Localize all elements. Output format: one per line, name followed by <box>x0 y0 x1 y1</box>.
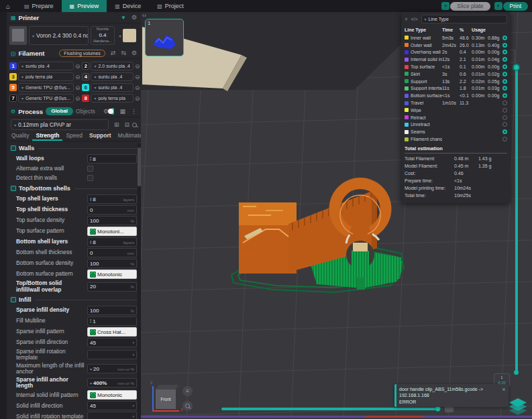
filter-funnel-icon[interactable]: ▼ <box>121 15 126 21</box>
eye-on-icon[interactable] <box>502 43 507 48</box>
filament-color-chip[interactable]: 2 <box>82 62 89 70</box>
printer-thumbnail[interactable] <box>9 26 27 45</box>
eye-on-icon[interactable] <box>502 57 507 62</box>
eye-off-icon[interactable] <box>502 122 507 127</box>
layer-slider-track[interactable] <box>515 67 518 374</box>
tab-project[interactable]: ▧Project <box>149 0 192 12</box>
tab-device[interactable]: ▥Device <box>107 0 149 12</box>
setting-input[interactable]: 0mm <box>87 205 137 215</box>
filament-edit-icon[interactable]: ⊖ <box>75 84 81 91</box>
viewport-collapse-icon[interactable]: ‹› <box>142 12 146 19</box>
setting-spinner[interactable]: ▴▾8layers <box>87 237 137 247</box>
eye-on-icon[interactable] <box>502 64 507 69</box>
nozzle-select[interactable]: Nozzle 0.4 Hardene... <box>91 26 115 45</box>
spin-down-icon[interactable]: ▾ <box>90 199 91 202</box>
slice-options-chevron-icon[interactable]: ▾ <box>441 2 449 10</box>
view-menu-button[interactable]: ≡ <box>182 386 193 396</box>
eye-on-icon[interactable] <box>502 86 507 91</box>
setting-input[interactable]: 0mm <box>87 248 137 257</box>
printer-settings-icon[interactable]: ⚙ <box>131 14 137 21</box>
spinner-arrows-icon[interactable]: ▴▾ <box>90 240 91 245</box>
settings-scrollbar[interactable] <box>138 143 141 419</box>
filament-color-chip[interactable]: 4 <box>82 73 89 80</box>
printer-preset-select[interactable]: ▾ Voron 2.4 300 0.4 nozzle ... <box>29 26 89 45</box>
setting-pattern-select[interactable]: Monotoni... <box>87 227 137 236</box>
eye-off-icon[interactable] <box>502 115 507 120</box>
filament-preset-select[interactable]: ▾Generic TPU @Sys... <box>18 94 74 103</box>
filament-edit-icon[interactable]: ⊖ <box>135 63 140 70</box>
spinner-arrows-icon[interactable]: ▴▾ <box>90 156 91 161</box>
objects-table-icon[interactable]: ▦ <box>119 108 125 115</box>
gizmo-front-face[interactable]: Front <box>156 390 176 409</box>
setting-input[interactable]: 100% <box>87 306 137 315</box>
advanced-toggle[interactable] <box>111 108 115 115</box>
spin-down-icon[interactable]: ▾ <box>90 159 91 162</box>
print-button[interactable]: Print <box>503 2 528 11</box>
setting-input[interactable]: 100% <box>87 259 137 268</box>
tab-speed[interactable]: Speed <box>62 131 86 141</box>
eye-off-icon[interactable] <box>502 137 507 141</box>
group-checkbox[interactable] <box>11 145 16 151</box>
filament-edit-icon[interactable]: ⊖ <box>75 74 81 80</box>
filament-color-chip[interactable]: 3 <box>9 73 17 80</box>
filament-preset-select[interactable]: ▾sunlu pla .4 <box>91 83 134 92</box>
filament-edit-icon[interactable]: ⊖ <box>75 95 81 102</box>
view-type-select[interactable]: ▾ Line Type <box>421 15 507 23</box>
eye-off-icon[interactable] <box>502 108 507 113</box>
filament-transfer-icon[interactable]: ⇆ <box>121 50 126 56</box>
setting-spinner[interactable]: ▴▾8 <box>87 154 137 164</box>
flushing-volumes-button[interactable]: Flushing volumes <box>59 50 105 57</box>
plate-thumbnail-1[interactable]: 1 <box>145 19 184 56</box>
spin-down-icon[interactable]: ▾ <box>90 242 91 245</box>
eye-on-icon[interactable] <box>502 72 507 76</box>
filament-preset-select[interactable]: ▾sunlu pla .4 <box>91 72 134 81</box>
zoom-button[interactable] <box>182 401 193 411</box>
process-preset-select[interactable]: ▾ 0.12mm pla CPAP ar <box>11 119 109 130</box>
tab-preview[interactable]: ▦Preview <box>62 0 107 12</box>
eye-off-icon[interactable] <box>502 101 507 105</box>
tab-multimaterial[interactable]: Multimaterial <box>115 131 141 141</box>
filament-preset-select[interactable]: ▾poly terra pla <box>91 94 134 103</box>
setting-select[interactable]: ▾ <box>87 412 137 419</box>
filament-preset-select[interactable]: ▾poly terra pla <box>18 72 74 81</box>
process-more-icon[interactable]: ⋮ <box>131 108 137 115</box>
filament-color-chip[interactable]: 5 <box>9 84 17 91</box>
tab-prepare[interactable]: ▤Prepare <box>16 0 62 12</box>
filament-preset-select[interactable]: ▾sunlu pla .4 <box>18 62 74 70</box>
filament-edit-icon[interactable]: ⊖ <box>75 63 81 70</box>
eye-on-icon[interactable] <box>502 36 507 40</box>
filament-color-chip[interactable]: 1 <box>9 62 17 70</box>
setting-select[interactable]: 45▾ <box>87 401 137 410</box>
eye-on-icon[interactable] <box>502 79 507 84</box>
setting-input[interactable]: 100% <box>87 216 137 225</box>
process-global-tab[interactable]: Global <box>46 107 73 115</box>
setting-checkbox[interactable] <box>87 175 93 181</box>
gcode-view-icon[interactable]: </> <box>411 17 417 21</box>
spinner-arrows-icon[interactable]: ▴▾ <box>90 318 91 323</box>
moves-slider-track[interactable] <box>221 408 440 410</box>
bed-type-select[interactable]: ▾ <box>117 26 138 45</box>
process-objects-tab[interactable]: Objects <box>76 108 95 115</box>
tab-support[interactable]: Support <box>86 131 115 141</box>
filament-color-chip[interactable]: 8 <box>82 95 89 102</box>
orientation-gizmo[interactable]: Front Z X <box>150 382 182 416</box>
save-preset-icon[interactable]: ⊞ <box>114 121 119 128</box>
setting-combo[interactable]: ▾400%mm or % <box>87 378 137 387</box>
setting-checkbox[interactable] <box>87 166 93 172</box>
filament-color-chip[interactable]: 7 <box>9 95 17 102</box>
group-checkbox[interactable] <box>11 297 16 302</box>
filament-edit-icon[interactable]: ⊖ <box>135 84 140 91</box>
setting-pattern-select[interactable]: Monotonic <box>87 270 137 279</box>
search-icon[interactable] <box>132 123 137 127</box>
collapse-panel-icon[interactable]: « <box>403 17 409 20</box>
filament-edit-icon[interactable]: ⊖ <box>135 74 140 80</box>
setting-select[interactable]: ▾ <box>87 350 137 359</box>
setting-select[interactable]: 45▾ <box>87 338 137 347</box>
scrollbar-thumb[interactable] <box>138 147 141 186</box>
layer-slider-bottom-handle[interactable] <box>514 370 519 375</box>
toast-close-icon[interactable]: × <box>499 384 509 407</box>
tab-quality[interactable]: Quality <box>8 131 32 141</box>
tab-strength[interactable]: Strength <box>32 131 62 141</box>
home-icon[interactable]: ⌂ <box>0 3 16 10</box>
filament-color-chip[interactable]: 6 <box>82 84 89 91</box>
